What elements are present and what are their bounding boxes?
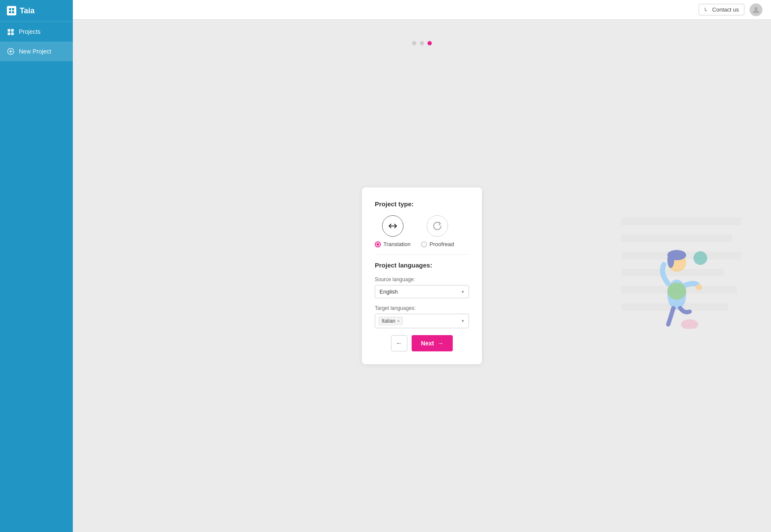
translation-label: Translation — [383, 241, 411, 247]
svg-point-9 — [754, 7, 757, 10]
sidebar: Taia Projects New Project — [0, 0, 73, 532]
svg-point-20 — [696, 284, 702, 290]
translation-radio[interactable] — [375, 241, 381, 247]
svg-rect-7 — [11, 33, 14, 35]
sidebar-item-new-project[interactable]: New Project — [0, 42, 73, 61]
svg-rect-1 — [12, 8, 14, 10]
next-button[interactable]: Next → — [412, 335, 453, 351]
avatar-icon — [752, 6, 760, 14]
svg-point-22 — [693, 251, 707, 265]
svg-rect-6 — [8, 33, 10, 35]
proofread-label: Proofread — [430, 241, 454, 247]
source-language-select[interactable]: English — [375, 285, 469, 298]
project-type-options: Translation Proofread — [375, 215, 469, 247]
back-arrow-icon: ← — [396, 339, 403, 347]
contact-label: Contact us — [712, 6, 739, 13]
svg-point-19 — [667, 253, 674, 268]
progress-dot-1 — [412, 41, 416, 45]
proofread-radio[interactable] — [421, 241, 427, 247]
project-form-card: Project type: Translation — [362, 187, 482, 364]
projects-label: Projects — [19, 28, 41, 35]
projects-icon — [7, 28, 15, 36]
target-language-label: Target languages: — [375, 305, 469, 311]
main-area: Contact us — [73, 0, 771, 532]
phone-icon — [704, 7, 710, 12]
proofread-refresh-icon — [432, 220, 443, 232]
svg-point-21 — [667, 282, 686, 300]
project-type-title: Project type: — [375, 200, 469, 208]
proofread-radio-row: Proofread — [421, 241, 454, 247]
italian-tag-remove[interactable]: × — [397, 318, 400, 324]
svg-rect-5 — [11, 29, 14, 32]
target-language-field[interactable]: Italian × — [375, 314, 469, 328]
proofread-icon-circle — [427, 215, 448, 237]
progress-indicator — [412, 41, 432, 45]
back-button[interactable]: ← — [391, 335, 407, 351]
user-avatar[interactable] — [750, 3, 762, 16]
progress-dot-3 — [427, 41, 432, 45]
header: Contact us — [73, 0, 771, 20]
new-project-label: New Project — [19, 48, 51, 55]
svg-point-23 — [681, 319, 698, 329]
illustration — [634, 222, 720, 330]
translation-option[interactable]: Translation — [375, 215, 411, 247]
italian-tag-label: Italian — [382, 318, 395, 324]
source-language-label: Source language: — [375, 276, 469, 282]
section-divider — [375, 254, 469, 255]
sidebar-item-projects[interactable]: Projects — [0, 22, 73, 42]
form-actions: ← Next → — [375, 335, 469, 351]
source-language-select-wrap: English — [375, 285, 469, 298]
translation-icon-circle — [382, 215, 403, 237]
proofread-option[interactable]: Proofread — [421, 215, 454, 247]
translation-radio-row: Translation — [375, 241, 411, 247]
app-logo: Taia — [0, 0, 73, 22]
logo-icon — [7, 6, 16, 15]
project-languages-title: Project languages: — [375, 262, 469, 269]
progress-dot-2 — [420, 41, 424, 45]
svg-rect-3 — [12, 11, 14, 13]
app-name: Taia — [20, 6, 35, 15]
next-label: Next — [421, 340, 434, 347]
italian-tag: Italian × — [379, 317, 403, 325]
svg-rect-4 — [8, 29, 10, 32]
svg-rect-0 — [9, 8, 11, 10]
target-language-wrap[interactable]: Italian × — [375, 314, 469, 328]
translation-arrows-icon — [387, 220, 398, 232]
new-project-icon — [7, 48, 15, 55]
contact-button[interactable]: Contact us — [699, 4, 744, 15]
content-area: Project type: Translation — [73, 20, 771, 532]
svg-rect-2 — [9, 11, 11, 13]
next-arrow-icon: → — [437, 340, 443, 347]
